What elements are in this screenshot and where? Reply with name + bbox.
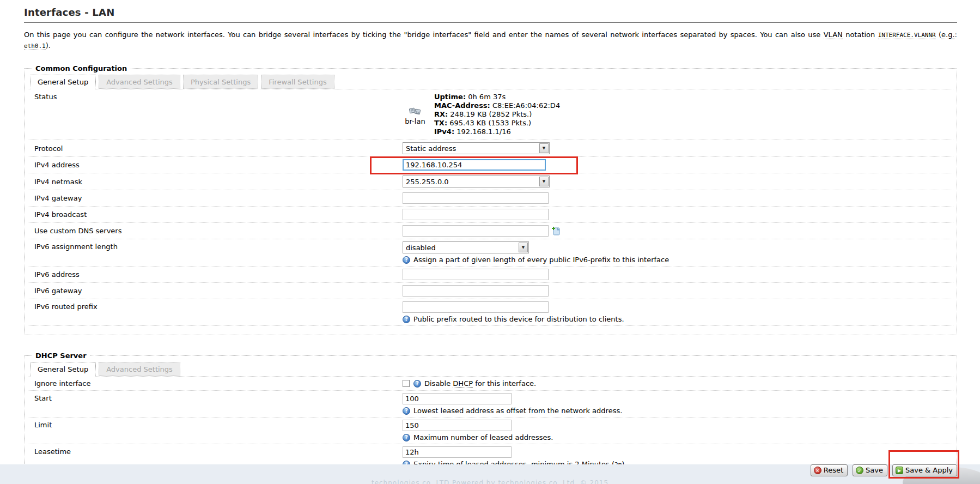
footer-text: technologies co.,LTD Powered by technolo… (0, 479, 980, 484)
action-bar: ✕ Reset ✓ Save ▶ Save & Apply (811, 464, 957, 476)
ipv6-routed-prefix-input[interactable] (403, 301, 549, 313)
save-apply-button[interactable]: ▶ Save & Apply (892, 464, 957, 476)
common-configuration-section: Common Configuration General Setup Advan… (24, 64, 957, 335)
interface-vlannr-code: INTERFACE.VLANNR (878, 32, 936, 39)
help-icon: ? (403, 407, 410, 415)
dhcp-tab-advanced-settings[interactable]: Advanced Settings (99, 362, 180, 376)
common-configuration-legend: Common Configuration (32, 64, 130, 72)
page: Interfaces - LAN On this page you can co… (0, 0, 980, 484)
common-tab-bar: General Setup Advanced Settings Physical… (28, 72, 953, 89)
ipv6-routed-prefix-label: IPv6 routed prefix (28, 301, 403, 311)
save-button[interactable]: ✓ Save (853, 464, 887, 476)
ignore-interface-help: Disable DHCP for this interface. (424, 379, 536, 388)
dhcp-limit-help: ? Maximum number of leased addresses. (403, 433, 953, 441)
dhcp-start-help: ? Lowest leased address as offset from t… (403, 407, 953, 415)
ipv6-gateway-label: IPv6 gateway (28, 287, 403, 295)
page-description: On this page you can configure the netwo… (24, 29, 957, 51)
ipv4-address-label: IPv4 address (28, 161, 403, 169)
apply-icon: ▶ (896, 467, 903, 474)
chevron-down-icon: ▼ (539, 143, 549, 153)
custom-dns-row: Use custom DNS servers (28, 223, 953, 239)
ipv4-netmask-row: IPv4 netmask 255.255.0.0 ▼ (28, 173, 953, 190)
ipv4-gateway-label: IPv4 gateway (28, 194, 403, 202)
mac-line: MAC-Address: C8:EE:A6:04:62:D4 (434, 101, 560, 110)
vlan-abbr: VLAN (824, 31, 843, 39)
help-icon: ? (403, 256, 410, 264)
dhcp-start-row: Start ? Lowest leased address as offset … (28, 391, 953, 418)
ipv6-assignment-select[interactable]: disabled ▼ (403, 241, 529, 253)
tab-general-setup[interactable]: General Setup (30, 75, 96, 89)
eg-abbr: e.g. (941, 31, 955, 39)
help-icon: ? (403, 316, 410, 323)
device-name: br-lan (405, 117, 425, 125)
chevron-down-icon: ▼ (519, 243, 528, 252)
chevron-down-icon: ▼ (539, 177, 549, 186)
ipv4-gateway-input[interactable] (403, 192, 549, 204)
tab-physical-settings[interactable]: Physical Settings (183, 75, 258, 89)
custom-dns-input[interactable] (403, 225, 549, 237)
ipv6-gateway-input[interactable] (403, 285, 549, 297)
dhcp-start-label: Start (28, 393, 403, 402)
custom-dns-label: Use custom DNS servers (28, 227, 403, 235)
title-divider (24, 22, 957, 23)
tab-firewall-settings[interactable]: Firewall Settings (261, 75, 334, 89)
add-dns-button[interactable] (551, 226, 561, 235)
ignore-interface-checkbox[interactable] (403, 380, 410, 387)
dhcp-tab-bar: General Setup Advanced Settings (28, 360, 953, 377)
dhcp-leasetime-input[interactable] (403, 446, 512, 458)
ipv6-gateway-row: IPv6 gateway (28, 283, 953, 299)
page-title: Interfaces - LAN (24, 4, 957, 22)
reset-icon: ✕ (814, 467, 821, 474)
help-icon: ? (403, 434, 410, 441)
save-icon: ✓ (856, 467, 863, 474)
ipv4-broadcast-row: IPv4 broadcast (28, 207, 953, 223)
ipv4-netmask-select[interactable]: 255.255.0.0 ▼ (403, 176, 550, 187)
reset-button[interactable]: ✕ Reset (811, 464, 848, 476)
dhcp-leasetime-label: Leasetime (28, 446, 403, 456)
bridge-device: br-lan (403, 107, 428, 125)
dhcp-limit-input[interactable] (403, 420, 512, 431)
dhcp-server-legend: DHCP Server (32, 352, 90, 360)
ipv4-gateway-row: IPv4 gateway (28, 190, 953, 207)
ipv4-line: IPv4: 192.168.1.1/16 (434, 128, 560, 136)
ipv4-netmask-label: IPv4 netmask (28, 178, 403, 186)
uptime-line: Uptime: 0h 6m 37s (434, 93, 560, 101)
ipv4-broadcast-input[interactable] (403, 209, 549, 220)
dhcp-start-input[interactable] (403, 393, 512, 404)
dhcp-limit-row: Limit ? Maximum number of leased address… (28, 418, 953, 444)
ipv4-broadcast-label: IPv4 broadcast (28, 210, 403, 219)
dhcp-abbr: DHCP (453, 379, 473, 388)
ignore-interface-row: Ignore interface ? Disable DHCP for this… (28, 377, 953, 391)
ipv6-address-input[interactable] (403, 269, 549, 280)
protocol-row: Protocol Static address ▼ (28, 140, 953, 157)
ipv4-address-input[interactable] (403, 159, 546, 171)
ipv6-routed-prefix-row: IPv6 routed prefix ? Public prefix route… (28, 299, 953, 326)
ipv6-routed-prefix-help: ? Public prefix routed to this device fo… (403, 315, 953, 323)
ipv6-address-label: IPv6 address (28, 270, 403, 279)
eth0-code: eth0.1 (24, 43, 46, 50)
add-icon (551, 226, 561, 235)
ipv6-assignment-row: IPv6 assignment length disabled ▼ ? Assi… (28, 239, 953, 267)
ipv6-address-row: IPv6 address (28, 267, 953, 283)
rx-line: RX: 248.19 KB (2852 Pkts.) (434, 110, 560, 119)
dhcp-tab-general-setup[interactable]: General Setup (30, 362, 96, 377)
protocol-label: Protocol (28, 144, 403, 153)
ipv4-address-row: IPv4 address (28, 157, 953, 173)
tx-line: TX: 695.43 KB (1533 Pkts.) (434, 119, 560, 128)
status-row: Status (28, 89, 953, 140)
ipv6-assignment-help: ? Assign a part of given length of every… (403, 256, 953, 264)
dhcp-limit-label: Limit (28, 420, 403, 429)
ipv6-assignment-label: IPv6 assignment length (28, 241, 403, 251)
status-info: Uptime: 0h 6m 37s MAC-Address: C8:EE:A6:… (434, 92, 560, 137)
status-label: Status (28, 92, 403, 101)
protocol-select[interactable]: Static address ▼ (403, 142, 550, 154)
bridge-interface-icon (408, 107, 422, 117)
tab-advanced-settings[interactable]: Advanced Settings (99, 75, 180, 89)
help-icon: ? (413, 380, 421, 388)
ignore-interface-label: Ignore interface (28, 379, 403, 388)
dhcp-server-section: DHCP Server General Setup Advanced Setti… (24, 352, 957, 480)
